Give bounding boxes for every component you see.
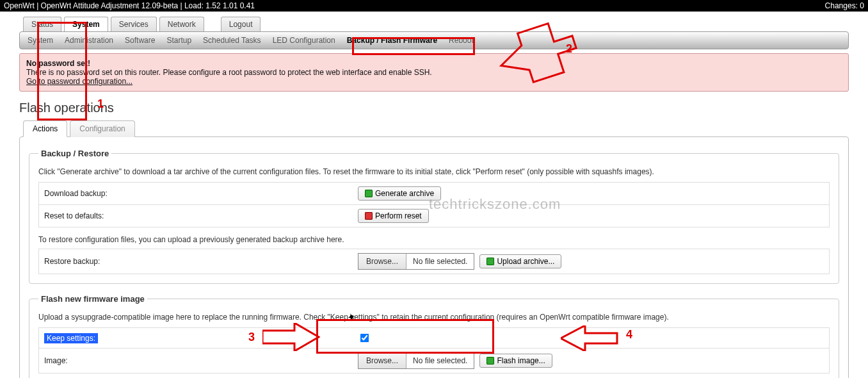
restore-backup-label: Restore backup: — [44, 257, 358, 266]
perform-reset-button[interactable]: Perform reset — [358, 209, 429, 223]
subtab-reboot[interactable]: Reboot — [449, 36, 474, 45]
inner-tab-actions[interactable]: Actions — [23, 120, 67, 137]
image-file-text: No file selected. — [406, 353, 474, 368]
subtab-backup-flash-firmware[interactable]: Backup / Flash Firmware — [347, 36, 437, 45]
tab-status[interactable]: Status — [23, 17, 61, 31]
keep-settings-row: Keep settings: — [38, 327, 830, 349]
page-title: Flash operations — [19, 101, 849, 115]
subtab-led-configuration[interactable]: LED Configuration — [273, 36, 335, 45]
backup-restore-legend: Backup / Restore — [38, 149, 111, 158]
image-label: Image: — [44, 356, 358, 365]
topbar-left: OpenWrt | OpenWrt Attitude Adjustment 12… — [4, 1, 255, 10]
download-icon — [365, 190, 373, 197]
restore-note: To restore configuration files, you can … — [38, 235, 830, 244]
download-backup-label: Download backup: — [44, 189, 358, 198]
main-tabs: Status System Services Network Logout — [19, 17, 849, 31]
flash-firmware-section: Flash new firmware image Upload a sysupg… — [29, 294, 839, 378]
image-row: Image: Browse... No file selected. Flash… — [38, 348, 830, 374]
warning-link[interactable]: Go to password configuration... — [26, 77, 133, 86]
image-browse-button[interactable]: Browse... — [358, 353, 406, 368]
tab-network[interactable]: Network — [159, 17, 204, 31]
upload-archive-button[interactable]: Upload archive... — [479, 254, 561, 268]
no-password-warning: No password set! There is no password se… — [19, 53, 849, 92]
backup-restore-desc: Click "Generate archive" to download a t… — [38, 167, 830, 176]
warning-title: No password set! — [26, 59, 90, 68]
reset-icon — [365, 212, 373, 220]
inner-tab-configuration[interactable]: Configuration — [70, 120, 134, 137]
keep-settings-checkbox[interactable] — [360, 334, 369, 343]
subtab-software[interactable]: Software — [125, 36, 155, 45]
reset-defaults-row: Reset to defaults: Perform reset — [38, 204, 830, 227]
inner-tabs: Actions Configuration — [19, 120, 849, 137]
subtab-scheduled-tasks[interactable]: Scheduled Tasks — [203, 36, 261, 45]
reset-defaults-label: Reset to defaults: — [44, 211, 358, 220]
topbar-right: Changes: 0 — [825, 1, 864, 10]
backup-restore-section: Backup / Restore Click "Generate archive… — [29, 149, 839, 284]
restore-file-input[interactable]: Browse... No file selected. — [358, 253, 474, 270]
flash-icon — [486, 357, 494, 365]
restore-browse-button[interactable]: Browse... — [358, 254, 406, 269]
subtab-startup[interactable]: Startup — [166, 36, 191, 45]
flash-image-button[interactable]: Flash image... — [479, 354, 552, 368]
flash-firmware-desc: Upload a sysupgrade-compatible image her… — [38, 313, 830, 322]
actions-panel: Backup / Restore Click "Generate archive… — [19, 136, 849, 378]
warning-text: There is no password set on this router.… — [26, 68, 432, 77]
tab-services[interactable]: Services — [111, 17, 157, 31]
top-status-bar: OpenWrt | OpenWrt Attitude Adjustment 12… — [0, 0, 868, 12]
tab-system[interactable]: System — [64, 17, 108, 31]
tab-logout[interactable]: Logout — [221, 17, 261, 31]
subtab-system[interactable]: System — [28, 36, 53, 45]
generate-archive-button[interactable]: Generate archive — [358, 186, 441, 201]
keep-settings-label: Keep settings: — [44, 333, 98, 343]
subtab-administration[interactable]: Administration — [65, 36, 113, 45]
sub-tabs: System Administration Software Startup S… — [19, 31, 849, 49]
restore-file-text: No file selected. — [406, 254, 474, 269]
upload-icon — [486, 258, 494, 265]
flash-firmware-legend: Flash new firmware image — [38, 294, 147, 304]
restore-backup-row: Restore backup: Browse... No file select… — [38, 249, 830, 274]
download-backup-row: Download backup: Generate archive — [38, 182, 830, 205]
image-file-input[interactable]: Browse... No file selected. — [358, 352, 474, 369]
